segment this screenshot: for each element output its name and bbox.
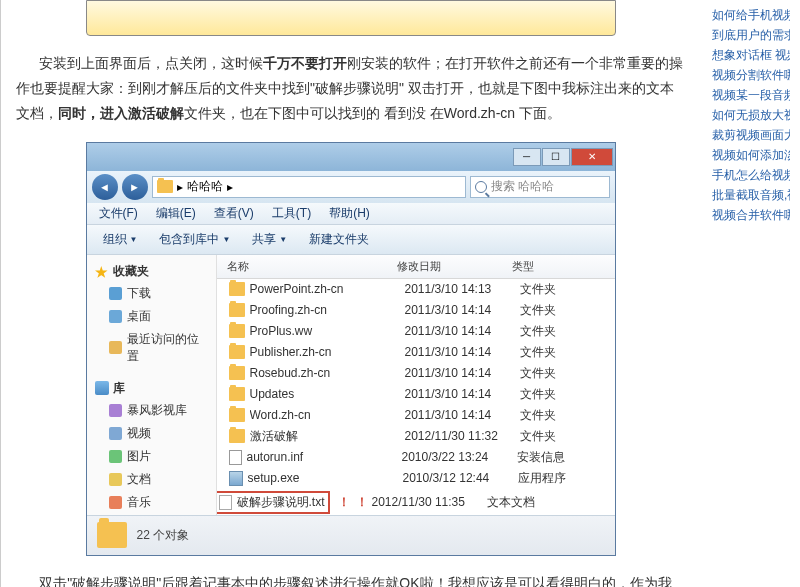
forward-button[interactable]: ► xyxy=(122,174,148,200)
explorer-window: ─ ☐ ✕ ◄ ► ▸ 哈哈哈 ▸ 搜索 哈哈哈 文件(F) 编辑(E) 查看(… xyxy=(86,142,616,556)
folder-icon xyxy=(97,522,127,548)
include-library-button[interactable]: 包含到库中 ▼ xyxy=(149,228,240,251)
search-icon xyxy=(475,181,487,193)
menu-edit[interactable]: 编辑(E) xyxy=(148,203,204,224)
related-link[interactable]: 视频合并软件哪个 xyxy=(712,205,790,225)
sidebar: ★ 收藏夹 下载桌面最近访问的位置 库 暴风影视库视频图片文档音乐优酷影视库 xyxy=(87,255,217,515)
file-row[interactable]: ProPlus.ww2011/3/10 14:14文件夹 xyxy=(217,321,615,342)
sidebar-favorites[interactable]: ★ 收藏夹 xyxy=(91,261,212,282)
right-sidebar: 如何给手机视频加到底用户的需求是什想象对话框 视频加视频分割软件哪个视频某一段音… xyxy=(700,0,790,225)
sidebar-item[interactable]: 暴风影视库 xyxy=(91,399,212,422)
file-icon xyxy=(229,324,245,338)
sidebar-item[interactable]: 文档 xyxy=(91,468,212,491)
star-icon: ★ xyxy=(95,264,109,278)
file-row[interactable]: Publisher.zh-cn2011/3/10 14:14文件夹 xyxy=(217,342,615,363)
article-paragraph-1: 安装到上面界面后，点关闭，这时候千万不要打开刚安装的软件；在打开软件之前还有一个… xyxy=(16,51,685,127)
file-row[interactable]: Updates2011/3/10 14:14文件夹 xyxy=(217,384,615,405)
related-link[interactable]: 手机怎么给视频加音 xyxy=(712,165,790,185)
menu-view[interactable]: 查看(V) xyxy=(206,203,262,224)
file-row[interactable]: Rosebud.zh-cn2011/3/10 14:14文件夹 xyxy=(217,363,615,384)
menu-help[interactable]: 帮助(H) xyxy=(321,203,378,224)
highlight-marker: ！！！ xyxy=(338,494,372,511)
share-button[interactable]: 共享 ▼ xyxy=(242,228,297,251)
related-link[interactable]: 裁剪视频画面大小 xyxy=(712,125,790,145)
file-row[interactable]: 激活破解2012/11/30 11:32文件夹 xyxy=(217,426,615,447)
file-row[interactable]: Proofing.zh-cn2011/3/10 14:14文件夹 xyxy=(217,300,615,321)
chevron-down-icon: ▼ xyxy=(130,235,138,244)
file-icon xyxy=(229,471,243,486)
article-paragraph-2: 双击"破解步骤说明"后跟着记事本中的步骤叙述进行操作就OK啦！我想应该是可以看得… xyxy=(16,571,685,587)
toolbar: 组织 ▼ 包含到库中 ▼ 共享 ▼ 新建文件夹 xyxy=(87,225,615,255)
file-icon xyxy=(229,450,242,465)
item-icon xyxy=(109,287,122,300)
file-icon xyxy=(229,366,245,380)
file-row[interactable]: Word.zh-cn2011/3/10 14:14文件夹 xyxy=(217,405,615,426)
chevron-down-icon: ▼ xyxy=(279,235,287,244)
breadcrumb-folder[interactable]: 哈哈哈 xyxy=(187,178,223,195)
address-input[interactable]: ▸ 哈哈哈 ▸ xyxy=(152,176,466,198)
related-link[interactable]: 想象对话框 视频加 xyxy=(712,45,790,65)
related-link[interactable]: 到底用户的需求是什 xyxy=(712,25,790,45)
col-type[interactable]: 类型 xyxy=(512,259,602,274)
sidebar-item[interactable]: 视频 xyxy=(91,422,212,445)
window-titlebar[interactable]: ─ ☐ ✕ xyxy=(87,143,615,171)
top-screenshot-placeholder xyxy=(86,0,616,36)
file-icon xyxy=(219,495,232,510)
item-icon xyxy=(109,404,122,417)
menu-file[interactable]: 文件(F) xyxy=(91,203,146,224)
file-icon xyxy=(229,408,245,422)
breadcrumb-sep: ▸ xyxy=(177,180,183,194)
related-link[interactable]: 如何无损放大视频画 xyxy=(712,105,790,125)
related-link[interactable]: 视频某一段音频添 xyxy=(712,85,790,105)
status-text: 22 个对象 xyxy=(137,527,190,544)
item-icon xyxy=(109,473,122,486)
file-icon xyxy=(229,429,245,443)
address-bar: ◄ ► ▸ 哈哈哈 ▸ 搜索 哈哈哈 xyxy=(87,171,615,203)
search-input[interactable]: 搜索 哈哈哈 xyxy=(470,176,610,198)
chevron-down-icon: ▼ xyxy=(222,235,230,244)
close-button[interactable]: ✕ xyxy=(571,148,613,166)
folder-icon xyxy=(157,180,173,193)
related-link[interactable]: 批量截取音频,视频 xyxy=(712,185,790,205)
item-icon xyxy=(109,427,122,440)
sidebar-item[interactable]: 优酷影视库 xyxy=(91,514,212,515)
sidebar-item[interactable]: 音乐 xyxy=(91,491,212,514)
col-date[interactable]: 修改日期 xyxy=(397,259,512,274)
organize-button[interactable]: 组织 ▼ xyxy=(93,228,148,251)
related-link[interactable]: 如何给手机视频加 xyxy=(712,5,790,25)
item-icon xyxy=(109,496,122,509)
column-header: 名称 修改日期 类型 xyxy=(217,255,615,279)
related-link[interactable]: 视频分割软件哪个 xyxy=(712,65,790,85)
sidebar-item[interactable]: 图片 xyxy=(91,445,212,468)
status-bar: 22 个对象 xyxy=(87,515,615,555)
sidebar-library[interactable]: 库 xyxy=(91,378,212,399)
file-list: 名称 修改日期 类型 PowerPoint.zh-cn2011/3/10 14:… xyxy=(217,255,615,515)
library-icon xyxy=(95,381,109,395)
sidebar-item[interactable]: 下载 xyxy=(91,282,212,305)
item-icon xyxy=(109,341,122,354)
item-icon xyxy=(109,310,122,323)
file-row[interactable]: setup.exe2010/3/12 12:44应用程序 xyxy=(217,468,615,489)
file-row[interactable]: autorun.inf2010/3/22 13:24安装信息 xyxy=(217,447,615,468)
related-link[interactable]: 视频如何添加淡入淡 xyxy=(712,145,790,165)
file-row[interactable]: PowerPoint.zh-cn2011/3/10 14:13文件夹 xyxy=(217,279,615,300)
file-icon xyxy=(229,303,245,317)
col-name[interactable]: 名称 xyxy=(217,259,397,274)
file-icon xyxy=(229,387,245,401)
file-icon xyxy=(229,345,245,359)
file-icon xyxy=(229,282,245,296)
sidebar-item[interactable]: 最近访问的位置 xyxy=(91,328,212,368)
menu-tools[interactable]: 工具(T) xyxy=(264,203,319,224)
new-folder-button[interactable]: 新建文件夹 xyxy=(299,228,379,251)
maximize-button[interactable]: ☐ xyxy=(542,148,570,166)
item-icon xyxy=(109,450,122,463)
back-button[interactable]: ◄ xyxy=(92,174,118,200)
minimize-button[interactable]: ─ xyxy=(513,148,541,166)
file-row[interactable]: 破解步骤说明.txt！！！2012/11/30 11:35文本文档 xyxy=(217,489,615,515)
menu-bar: 文件(F) 编辑(E) 查看(V) 工具(T) 帮助(H) xyxy=(87,203,615,225)
sidebar-item[interactable]: 桌面 xyxy=(91,305,212,328)
breadcrumb-sep: ▸ xyxy=(227,180,233,194)
